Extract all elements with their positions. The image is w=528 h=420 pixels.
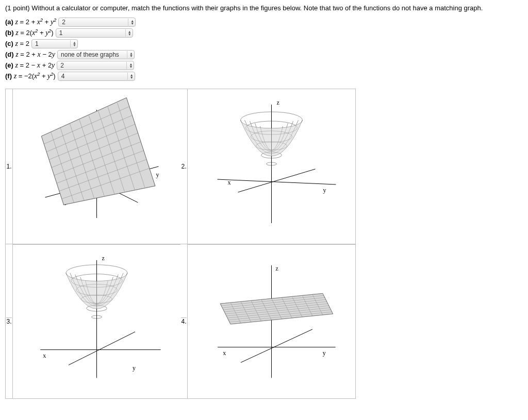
figure-4-number: 4. [180, 244, 188, 398]
figure-4-plot: z x y [188, 244, 355, 398]
option-a-row: (a) z = 2 + x2 + y2 2 ▲▼ [5, 17, 523, 27]
option-c-label: (c) z = 2 [5, 40, 29, 48]
axis-x-label: x [228, 179, 231, 186]
option-c-row: (c) z = 2 1 ▲▼ [5, 39, 523, 49]
question-prompt: (1 point) Without a calculator or comput… [5, 4, 523, 12]
figure-3: z x y [13, 244, 180, 398]
axis-z-label: z [277, 99, 279, 106]
option-e-value: 2 [60, 62, 64, 69]
axis-y-label: y [323, 187, 326, 194]
chevron-up-down-icon: ▲▼ [70, 40, 76, 47]
axis-y-label: y [323, 349, 326, 357]
option-d-value: none of these graphs [61, 51, 119, 58]
svg-line-35 [69, 332, 135, 365]
axis-x-label: x [223, 349, 226, 357]
option-b-label: (b) z = 2(x2 + y2) [5, 28, 54, 37]
option-d-row: (d) z = 2 + x − 2y none of these graphs … [5, 49, 523, 60]
svg-line-44 [241, 329, 312, 363]
option-e-select[interactable]: 2 ▲▼ [57, 61, 134, 70]
chevron-up-down-icon: ▲▼ [126, 62, 133, 69]
axis-x-label: x [43, 352, 46, 359]
option-f-label: (f) z = −2(x2 + y2) [5, 72, 56, 80]
figure-1-number: 1. [6, 89, 13, 244]
svg-line-25 [218, 179, 336, 184]
option-f-row: (f) z = −2(x2 + y2) 4 ▲▼ [5, 71, 523, 81]
option-f-select[interactable]: 4 ▲▼ [58, 72, 135, 81]
option-e-label: (e) z = 2 − x + 2y [5, 61, 55, 70]
option-d-label: (d) z = 2 + x − 2y [5, 51, 55, 59]
svg-marker-3 [38, 98, 155, 215]
chevron-up-down-icon: ▲▼ [128, 19, 134, 26]
option-d-select[interactable]: none of these graphs ▲▼ [57, 50, 135, 59]
option-b-row: (b) z = 2(x2 + y2) 1 ▲▼ [5, 28, 523, 38]
option-b-select[interactable]: 1 ▲▼ [56, 28, 133, 38]
figure-3-plot: z x y [13, 244, 180, 398]
option-f-value: 4 [61, 73, 65, 80]
figure-4: z x y [188, 244, 355, 398]
axis-y-label: y [156, 171, 159, 178]
option-c-value: 1 [35, 40, 39, 47]
figure-1: x y [13, 89, 180, 244]
option-a-value: 2 [62, 19, 65, 26]
figure-2: z x y [188, 89, 355, 244]
option-b-value: 1 [59, 29, 63, 37]
chevron-up-down-icon: ▲▼ [127, 73, 134, 80]
chevron-up-down-icon: ▲▼ [125, 29, 131, 37]
axis-y-label: y [133, 364, 136, 372]
options-block: (a) z = 2 + x2 + y2 2 ▲▼ (b) z = 2(x2 + … [5, 17, 523, 81]
axis-z-label: z [102, 255, 104, 262]
option-c-select[interactable]: 1 ▲▼ [31, 39, 78, 48]
axis-z-label: z [275, 265, 278, 272]
option-a-select[interactable]: 2 ▲▼ [58, 18, 136, 27]
option-a-label: (a) z = 2 + x2 + y2 [5, 18, 56, 26]
figure-2-plot: z x y [188, 89, 355, 244]
figure-3-number: 3. [6, 244, 13, 398]
figure-1-plot: x y [13, 89, 180, 244]
figure-2-number: 2. [180, 89, 188, 244]
figure-grid: 1. x y [5, 89, 356, 399]
chevron-up-down-icon: ▲▼ [127, 51, 133, 58]
option-e-row: (e) z = 2 − x + 2y 2 ▲▼ [5, 60, 523, 71]
